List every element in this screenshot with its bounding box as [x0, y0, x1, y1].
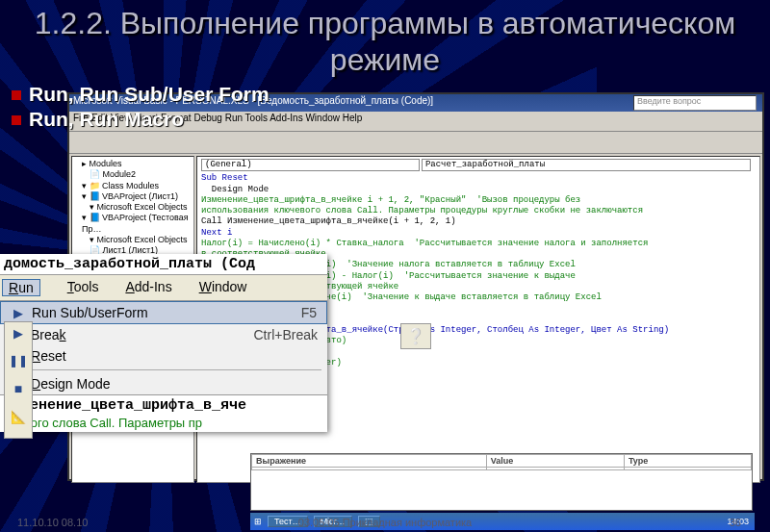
- help-icon[interactable]: ❔: [400, 323, 431, 349]
- tree-item[interactable]: ▾ Microsoft Excel Objects: [74, 202, 192, 213]
- menuitem-reset[interactable]: ■ Reset: [0, 345, 327, 367]
- tree-item[interactable]: ▾ 📘 VBAProject (Тестовая Пр…: [74, 213, 192, 235]
- object-dropdown[interactable]: (General): [201, 159, 420, 171]
- menuitem-accel: Ctrl+Break: [253, 327, 318, 342]
- code-fragment-2: очевого слова Call. Параметры пр: [0, 416, 327, 432]
- watch-window[interactable]: Выражение Value Type: [250, 453, 753, 511]
- code-line: Call Изменение_цвета_шрифта_в_ячейке(i +…: [201, 216, 756, 227]
- footer-date: 11.10.10 08.10: [17, 517, 88, 528]
- menu-tools[interactable]: Tools: [67, 279, 99, 296]
- footer-caption: 03.05.05 Прикладная информатика: [298, 517, 472, 528]
- watch-row[interactable]: [252, 468, 752, 470]
- menu-addins[interactable]: Add-Ins: [125, 279, 171, 296]
- tree-item[interactable]: 📄 Module2: [74, 169, 192, 180]
- slide-title: 1.2.2. Выполнение программы в автоматиче…: [19, 6, 751, 79]
- bullet-run-macro: Run, Run Macro: [12, 108, 770, 131]
- watch-col-expression: Выражение: [252, 455, 487, 468]
- watch-col-value: Value: [486, 455, 624, 468]
- pause-icon[interactable]: ❚❚: [5, 354, 32, 367]
- procedure-dropdown[interactable]: Расчет_заработной_платы: [422, 159, 751, 171]
- menuitem-run-subform[interactable]: ▶ Run Sub/UserForm F5: [0, 301, 327, 324]
- code-line: Налог(i) = Начислено(i) * Ставка_налога …: [201, 239, 756, 249]
- menuitem-accel: F5: [301, 305, 317, 320]
- run-menu-zoom: домость_заработной_платы (Coд Run Tools …: [0, 254, 327, 432]
- code-line: Изменение_цвета_шрифта_в_ячейке i + 1, 2…: [201, 195, 756, 206]
- stop-icon[interactable]: ■: [5, 381, 32, 396]
- code-line: использования ключевого слова Call. Пара…: [201, 206, 756, 216]
- ide-toolbar[interactable]: [69, 132, 762, 154]
- menuitem-label: Run Sub/UserForm: [32, 305, 288, 320]
- play-icon: ▶: [5, 306, 32, 320]
- menu-separator: [6, 369, 321, 370]
- zoom-toolbar-strip: ▶ ❚❚ ■ 📐: [4, 321, 33, 439]
- menuitem-design-mode[interactable]: 📐 Design Mode: [0, 373, 327, 394]
- code-fragment-1: Изменение_цвета_шрифта_в_яче: [0, 394, 327, 416]
- watch-col-type: Type: [624, 455, 751, 468]
- bullet-run-subform: Run, Run Sub/User Form: [12, 83, 770, 106]
- menu-window[interactable]: Window: [199, 279, 247, 296]
- menuitem-label: Reset: [31, 348, 318, 364]
- code-line: Design Mode: [201, 185, 756, 195]
- slide-footer: 11.10.10 08.10 03.05.05 Прикладная инфор…: [0, 517, 770, 528]
- codewin-title-fragment: домость_заработной_платы (Coд: [0, 254, 327, 275]
- tree-item[interactable]: ▸ Modules: [74, 159, 192, 169]
- menuitem-label: Design Mode: [31, 376, 318, 392]
- page-number: 36: [730, 517, 741, 528]
- zoom-menubar: Run Tools Add-Ins Window: [0, 275, 327, 301]
- menu-run[interactable]: Run: [2, 279, 40, 296]
- play-icon[interactable]: ▶: [5, 326, 32, 341]
- menuitem-label: Break: [31, 327, 240, 342]
- menuitem-break[interactable]: ❚❚ Break Ctrl+Break: [0, 324, 327, 345]
- design-mode-icon[interactable]: 📐: [5, 410, 32, 424]
- tree-item[interactable]: ▾ Microsoft Excel Objects: [74, 235, 192, 245]
- bullet-list: Run, Run Sub/User Form Run, Run Macro: [12, 83, 770, 131]
- code-line: Next i: [201, 228, 756, 239]
- tree-item[interactable]: ▾ 📘 VBAProject (Лист1): [74, 191, 192, 202]
- tree-item[interactable]: ▾ 📁 Class Modules: [74, 181, 192, 191]
- code-line: Sub Reset: [201, 173, 756, 184]
